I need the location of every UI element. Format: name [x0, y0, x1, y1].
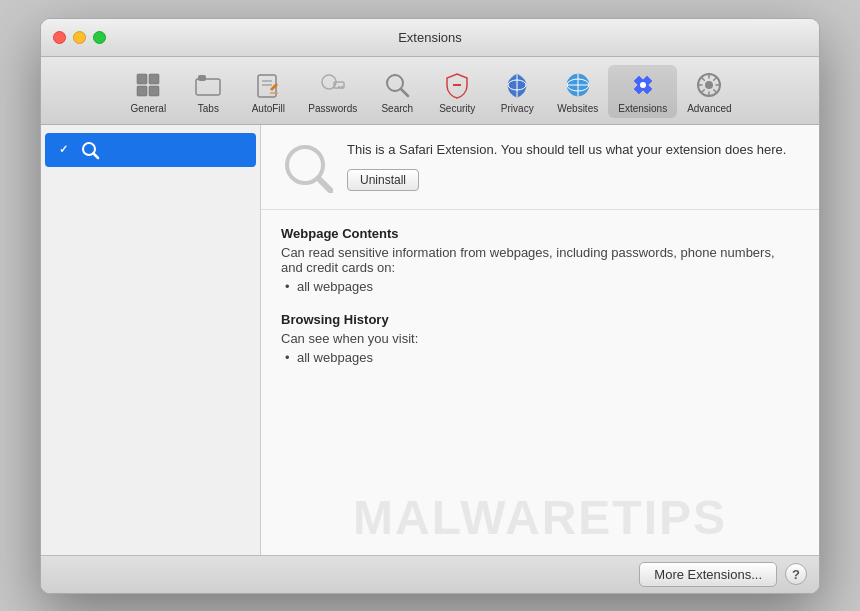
maximize-button[interactable] [93, 31, 106, 44]
extension-checkbox[interactable] [55, 142, 71, 158]
autofill-icon [252, 69, 284, 101]
svg-rect-3 [149, 86, 159, 96]
permission-desc-history: Can see when you visit: [281, 331, 799, 346]
watermark: MALWARETIPS [261, 490, 819, 545]
tab-general[interactable]: General [118, 65, 178, 118]
svg-rect-4 [196, 79, 220, 95]
tab-passwords[interactable]: Passwords [298, 65, 367, 118]
websites-icon [562, 69, 594, 101]
detail-panel: MALWARETIPS This is a Safari Extension. … [261, 125, 819, 555]
permission-desc-webpage: Can read sensitive information from webp… [281, 245, 799, 275]
advanced-icon [693, 69, 725, 101]
svg-line-27 [94, 153, 99, 158]
permission-item: all webpages [297, 350, 799, 365]
autofill-label: AutoFill [252, 103, 285, 114]
safari-preferences-window: Extensions General [40, 18, 820, 594]
tab-privacy[interactable]: Privacy [487, 65, 547, 118]
tabs-label: Tabs [198, 103, 219, 114]
tabs-icon [192, 69, 224, 101]
tab-tabs[interactable]: Tabs [178, 65, 238, 118]
permissions-section: Webpage Contents Can read sensitive info… [261, 210, 819, 399]
svg-point-23 [640, 82, 646, 88]
extension-header: This is a Safari Extension. You should t… [261, 125, 819, 210]
svg-rect-0 [137, 74, 147, 84]
sidebar-item-search-extension[interactable] [45, 133, 256, 167]
extensions-label: Extensions [618, 103, 667, 114]
svg-line-15 [401, 89, 408, 96]
tab-extensions[interactable]: Extensions [608, 65, 677, 118]
traffic-lights [53, 31, 106, 44]
help-button[interactable]: ? [785, 563, 807, 585]
more-extensions-button[interactable]: More Extensions... [639, 562, 777, 587]
permission-list-webpage: all webpages [281, 279, 799, 294]
toolbar: General Tabs [41, 57, 819, 125]
general-label: General [131, 103, 167, 114]
passwords-icon [317, 69, 349, 101]
permission-group-webpage-contents: Webpage Contents Can read sensitive info… [281, 226, 799, 294]
extension-search-icon [79, 139, 101, 161]
advanced-label: Advanced [687, 103, 731, 114]
svg-point-25 [705, 81, 713, 89]
extension-description: This is a Safari Extension. You should t… [347, 141, 799, 159]
permission-item: all webpages [297, 279, 799, 294]
tab-security[interactable]: Security [427, 65, 487, 118]
titlebar: Extensions [41, 19, 819, 57]
privacy-label: Privacy [501, 103, 534, 114]
tab-search[interactable]: Search [367, 65, 427, 118]
svg-rect-13 [338, 86, 340, 88]
close-button[interactable] [53, 31, 66, 44]
svg-rect-12 [341, 86, 343, 89]
extension-icon-large [281, 141, 333, 193]
permission-title-history: Browsing History [281, 312, 799, 327]
tab-autofill[interactable]: AutoFill [238, 65, 298, 118]
search-label: Search [381, 103, 413, 114]
svg-line-29 [319, 179, 331, 191]
extensions-icon [627, 69, 659, 101]
search-icon-toolbar [381, 69, 413, 101]
toolbar-items: General Tabs [118, 65, 741, 118]
svg-rect-5 [198, 75, 206, 81]
tab-advanced[interactable]: Advanced [677, 65, 741, 118]
privacy-icon [501, 69, 533, 101]
sidebar [41, 125, 261, 555]
main-content: MALWARETIPS This is a Safari Extension. … [41, 125, 819, 555]
general-icon [132, 69, 164, 101]
window-title: Extensions [398, 30, 462, 45]
security-icon [441, 69, 473, 101]
security-label: Security [439, 103, 475, 114]
tab-websites[interactable]: Websites [547, 65, 608, 118]
permission-group-browsing-history: Browsing History Can see when you visit:… [281, 312, 799, 365]
minimize-button[interactable] [73, 31, 86, 44]
websites-label: Websites [557, 103, 598, 114]
svg-rect-1 [149, 74, 159, 84]
extension-info: This is a Safari Extension. You should t… [347, 141, 799, 191]
uninstall-button[interactable]: Uninstall [347, 169, 419, 191]
permission-title-webpage: Webpage Contents [281, 226, 799, 241]
bottom-bar: More Extensions... ? [41, 555, 819, 593]
permission-list-history: all webpages [281, 350, 799, 365]
svg-rect-2 [137, 86, 147, 96]
passwords-label: Passwords [308, 103, 357, 114]
